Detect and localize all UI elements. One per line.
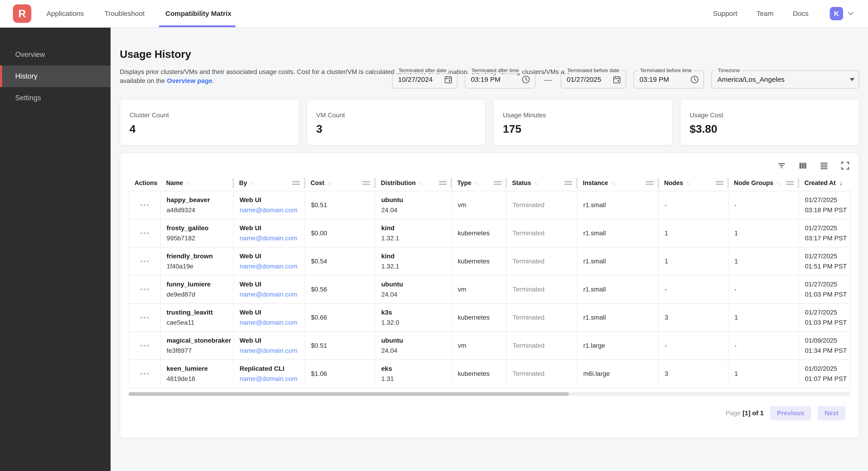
column-menu-icon[interactable]: [564, 181, 572, 185]
nodes-value: 1: [664, 230, 728, 237]
column-menu-icon[interactable]: [494, 181, 501, 185]
column-header-label: Cost: [311, 179, 324, 187]
horizontal-scrollbar-track[interactable]: [128, 392, 850, 396]
sidebar-item-settings[interactable]: Settings: [0, 87, 111, 109]
sort-desc-icon[interactable]: ↓: [839, 179, 843, 187]
name-cell: magical_stonebraker fe3f8977: [161, 332, 234, 359]
created-date: 01/02/2025: [805, 365, 850, 372]
column-header[interactable]: Instance ↑↓: [577, 175, 658, 191]
calendar-icon[interactable]: [444, 75, 453, 84]
more-actions-icon[interactable]: [138, 343, 151, 349]
nodes-value: 1: [664, 258, 728, 265]
terminated-after-time-field[interactable]: Terminated after time 03:19 PM: [465, 70, 535, 88]
brand-logo[interactable]: R: [13, 4, 31, 23]
sort-arrows-icon[interactable]: ↑↓: [686, 179, 691, 187]
cost-value: $0.00: [311, 230, 375, 237]
column-header[interactable]: Type ↑↓: [451, 175, 506, 191]
calendar-icon[interactable]: [612, 75, 621, 84]
node-groups-value: 1: [734, 258, 799, 265]
created-by-email-link[interactable]: name@domain.com: [240, 347, 305, 354]
type-cell: kubernetes: [452, 219, 506, 247]
account-menu[interactable]: K: [830, 7, 855, 20]
next-page-button[interactable]: Next: [817, 406, 845, 420]
column-header[interactable]: Node Groups ↑↓: [728, 175, 799, 191]
previous-page-button[interactable]: Previous: [770, 406, 811, 420]
more-actions-icon[interactable]: [138, 230, 151, 236]
more-actions-icon[interactable]: [138, 202, 151, 208]
nodes-cell: 1: [659, 219, 728, 247]
nav-link-team[interactable]: Team: [756, 10, 773, 18]
column-header-label: Name: [166, 179, 183, 187]
instance-cell: r1.large: [577, 332, 659, 359]
terminated-before-time-field[interactable]: Terminated before time 03:19 PM: [633, 70, 704, 88]
nav-item-compatibility-matrix[interactable]: Compatibility Matrix: [164, 0, 232, 27]
nav-item-troubleshoot[interactable]: Troubleshoot: [104, 0, 146, 27]
created-by-email-link[interactable]: name@domain.com: [240, 319, 305, 326]
overview-page-link[interactable]: Overview page: [167, 77, 212, 84]
nav-link-support[interactable]: Support: [713, 10, 737, 18]
nav-link-docs[interactable]: Docs: [793, 10, 809, 18]
column-header-label: Type: [457, 179, 471, 187]
avatar[interactable]: K: [830, 7, 843, 20]
created-by-email-link[interactable]: name@domain.com: [240, 206, 305, 214]
column-menu-icon[interactable]: [646, 181, 654, 185]
clock-icon[interactable]: [690, 75, 700, 84]
created-by-email-link[interactable]: name@domain.com: [240, 263, 305, 270]
type-cell: kubernetes: [452, 360, 506, 388]
sort-arrows-icon[interactable]: ↑↓: [418, 179, 423, 187]
column-header[interactable]: By ↑↓: [233, 175, 305, 191]
terminated-before-date-field[interactable]: Terminated before date 01/27/2025: [561, 70, 626, 88]
column-header[interactable]: Cost ↑↓: [305, 175, 375, 191]
created-by-email-link[interactable]: name@domain.com: [240, 375, 305, 383]
timezone-select[interactable]: Timezone America/Los_Angeles: [711, 70, 859, 88]
column-header[interactable]: Nodes ↑↓: [658, 175, 728, 191]
table-row: trusting_leavitt cae5ea11 Web UI name@do…: [128, 304, 850, 332]
more-actions-icon[interactable]: [138, 286, 151, 293]
sidebar-item-overview[interactable]: Overview: [0, 44, 111, 65]
chevron-down-icon[interactable]: [846, 9, 855, 18]
column-header[interactable]: Created At ↓: [799, 175, 850, 191]
nav-item-applications[interactable]: Applications: [45, 0, 85, 27]
sort-arrows-icon[interactable]: ↑↓: [327, 179, 332, 187]
columns-icon[interactable]: [798, 160, 808, 171]
column-menu-icon[interactable]: [439, 181, 447, 185]
horizontal-scrollbar-thumb[interactable]: [128, 392, 569, 396]
column-header[interactable]: Status ↑↓: [506, 175, 577, 191]
node-groups-value: 1: [734, 230, 799, 237]
terminated-after-date-field[interactable]: Terminated after date 10/27/2024: [392, 70, 458, 88]
column-menu-icon[interactable]: [362, 181, 370, 185]
sidebar-item-history[interactable]: History: [0, 65, 111, 87]
sort-arrows-icon[interactable]: ↑↓: [474, 179, 479, 187]
created-date: 01/27/2025: [805, 309, 850, 316]
clock-icon[interactable]: [521, 75, 531, 84]
more-actions-icon[interactable]: [138, 314, 151, 321]
table-row: keen_lumiere 4819de16 Replicated CLI nam…: [128, 360, 850, 388]
column-header[interactable]: Distribution ↑↓: [375, 175, 451, 191]
type-cell: vm: [452, 332, 506, 359]
sort-arrows-icon[interactable]: ↑↓: [534, 179, 538, 187]
cluster-id: 995b7182: [166, 235, 233, 242]
column-menu-icon[interactable]: [786, 181, 794, 185]
sort-arrows-icon[interactable]: ↑↓: [250, 179, 254, 187]
column-header[interactable]: Name ↑↓: [160, 175, 233, 191]
sort-arrows-icon[interactable]: ↑↓: [611, 179, 616, 187]
column-menu-icon[interactable]: [292, 181, 300, 185]
sort-arrows-icon[interactable]: ↑↓: [776, 179, 781, 187]
sort-arrows-icon[interactable]: ↑↓: [186, 179, 190, 187]
by-cell: Web UI name@domain.com: [234, 247, 305, 275]
created-by-email-link[interactable]: name@domain.com: [240, 291, 305, 298]
filter-icon[interactable]: [776, 160, 787, 171]
column-header-label: Instance: [583, 179, 608, 187]
more-actions-icon[interactable]: [138, 258, 151, 265]
more-actions-icon[interactable]: [138, 371, 151, 377]
created-by-email-link[interactable]: name@domain.com: [240, 235, 305, 242]
table-body: happy_beaver a48d9324 Web UI name@domain…: [128, 191, 850, 388]
created-time: 01:07 PM PST: [805, 375, 850, 383]
type-cell: vm: [452, 191, 506, 219]
stat-label: VM Count: [316, 112, 486, 119]
column-header[interactable]: Actions: [128, 175, 160, 191]
column-menu-icon[interactable]: [715, 181, 723, 185]
fullscreen-icon[interactable]: [840, 160, 850, 171]
table-row: frosty_galileo 995b7182 Web UI name@doma…: [128, 219, 850, 247]
density-icon[interactable]: [819, 160, 829, 171]
